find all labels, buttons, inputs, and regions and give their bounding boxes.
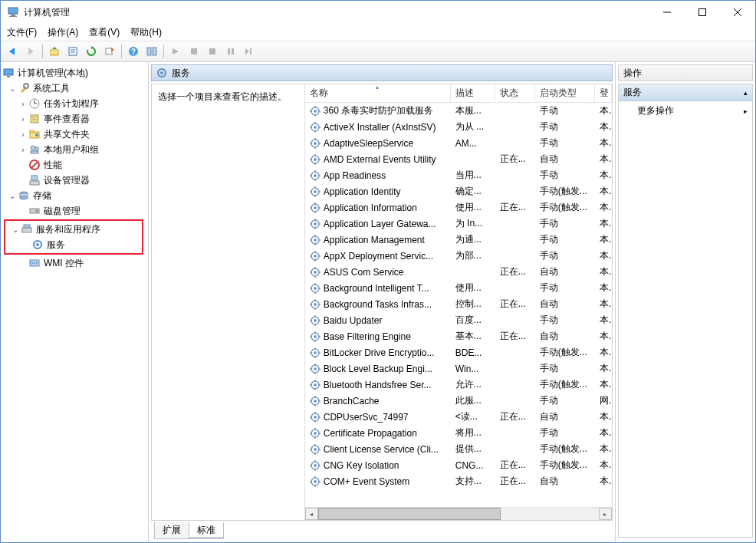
gear-icon bbox=[310, 428, 320, 439]
service-name: Base Filtering Engine bbox=[305, 331, 451, 342]
app-icon bbox=[7, 6, 19, 18]
maximize-button[interactable] bbox=[685, 1, 720, 24]
tree-item-label: 性能 bbox=[44, 159, 65, 172]
service-row[interactable]: Certificate Propagation将用...手动本 bbox=[305, 425, 612, 441]
service-row[interactable]: AdaptiveSleepServiceAM...手动本 bbox=[305, 135, 612, 151]
scroll-thumb[interactable] bbox=[318, 508, 501, 520]
tab-extended[interactable]: 扩展 bbox=[154, 522, 189, 539]
pause-button[interactable] bbox=[222, 43, 239, 60]
chevron-right-icon[interactable]: › bbox=[18, 130, 28, 139]
service-row[interactable]: Application Management为通...手动本 bbox=[305, 232, 612, 248]
start-button[interactable] bbox=[167, 43, 184, 60]
stop2-button[interactable] bbox=[204, 43, 221, 60]
stop-button[interactable] bbox=[186, 43, 202, 60]
tree-pane[interactable]: 计算机管理(本地) ⌄ 系统工具 ›任务计划程序›事件查看器›共享文件夹›本地用… bbox=[1, 62, 149, 541]
tree-wmi[interactable]: WMI 控件 bbox=[1, 255, 148, 271]
service-row[interactable]: Bluetooth Handsfree Ser...允许...手动(触发...本 bbox=[305, 377, 612, 393]
service-startup: 手动 bbox=[535, 120, 595, 133]
service-row[interactable]: Client License Service (Cli...提供...手动(触发… bbox=[305, 441, 612, 457]
service-row[interactable]: ASUS Com Service正在...自动本 bbox=[305, 264, 612, 280]
tree-item[interactable]: ›任务计划程序 bbox=[1, 96, 148, 111]
service-desc: 为从 ... bbox=[451, 120, 495, 133]
tree-svcapp[interactable]: ⌄ 服务和应用程序 bbox=[7, 222, 140, 237]
tree-root-label: 计算机管理(本地) bbox=[18, 67, 91, 80]
service-row[interactable]: CDPUserSvc_74997<读...正在...自动本 bbox=[305, 409, 612, 425]
service-row[interactable]: Block Level Backup Engi...Win...手动本 bbox=[305, 360, 612, 377]
list-body[interactable]: 360 杀毒实时防护加载服务本服...手动本ActiveX Installer … bbox=[305, 103, 612, 507]
service-startup: 手动(触发... bbox=[535, 201, 595, 214]
svg-point-69 bbox=[314, 126, 317, 129]
refresh-button[interactable] bbox=[83, 43, 100, 60]
svg-point-41 bbox=[35, 147, 39, 151]
service-status: 正在... bbox=[495, 153, 535, 166]
tree-item[interactable]: ›本地用户和组 bbox=[1, 142, 148, 157]
actions-section[interactable]: 服务 ▴ bbox=[619, 84, 752, 101]
tree-item[interactable]: 磁盘管理 bbox=[1, 203, 148, 219]
service-row[interactable]: Background Intelligent T...使用...手动本 bbox=[305, 280, 612, 296]
service-name: Client License Service (Cli... bbox=[305, 444, 451, 455]
svg-point-165 bbox=[314, 383, 317, 387]
tree-item[interactable]: ›共享文件夹 bbox=[1, 127, 148, 142]
tree-systools[interactable]: ⌄ 系统工具 bbox=[1, 81, 148, 96]
chevron-down-icon[interactable]: ⌄ bbox=[7, 84, 18, 93]
service-row[interactable]: BranchCache此服...手动网 bbox=[305, 393, 612, 409]
actions-more[interactable]: 更多操作 ▸ bbox=[619, 101, 752, 120]
chevron-right-icon[interactable]: › bbox=[18, 146, 28, 154]
service-row[interactable]: COM+ Event System支持...正在...自动本 bbox=[305, 473, 612, 489]
service-startup: 手动 bbox=[535, 314, 595, 327]
tree-storage[interactable]: ⌄ 存储 bbox=[1, 188, 148, 203]
service-row[interactable]: Base Filtering Engine基本...正在...自动本 bbox=[305, 328, 612, 344]
service-name: Background Tasks Infras... bbox=[305, 299, 451, 310]
col-desc[interactable]: 描述 bbox=[451, 84, 495, 102]
menu-file[interactable]: 文件(F) bbox=[7, 26, 37, 39]
back-button[interactable] bbox=[4, 43, 21, 60]
service-row[interactable]: AppX Deployment Servic...为部...手动本 bbox=[305, 248, 612, 264]
up-button[interactable] bbox=[46, 43, 63, 60]
close-button[interactable] bbox=[720, 1, 755, 24]
service-name: AMD External Events Utility bbox=[305, 154, 451, 165]
tile-button[interactable] bbox=[143, 43, 160, 60]
menu-help[interactable]: 帮助(H) bbox=[130, 26, 162, 39]
tree-services[interactable]: 服务 bbox=[7, 237, 140, 252]
service-row[interactable]: BitLocker Drive Encryptio...BDE...手动(触发.… bbox=[305, 344, 612, 360]
service-row[interactable]: 360 杀毒实时防护加载服务本服...手动本 bbox=[305, 103, 612, 119]
tree-root[interactable]: 计算机管理(本地) bbox=[1, 65, 148, 81]
export-button[interactable] bbox=[101, 43, 118, 60]
chevron-down-icon[interactable]: ⌄ bbox=[7, 192, 18, 200]
tree-services-label: 服务 bbox=[47, 239, 68, 252]
chevron-down-icon[interactable]: ⌄ bbox=[10, 225, 21, 234]
restart-button[interactable] bbox=[241, 43, 258, 60]
tree-item[interactable]: 设备管理器 bbox=[1, 173, 148, 188]
tree-item[interactable]: 性能 bbox=[1, 157, 148, 173]
service-startup: 自动 bbox=[535, 153, 595, 166]
col-logon[interactable]: 登 bbox=[595, 84, 612, 102]
scroll-left-button[interactable]: ◂ bbox=[305, 508, 318, 520]
col-status[interactable]: 状态 bbox=[495, 84, 535, 102]
minimize-button[interactable] bbox=[649, 1, 685, 24]
service-row[interactable]: ActiveX Installer (AxInstSV)为从 ...手动本 bbox=[305, 119, 612, 135]
tree-item[interactable]: ›事件查看器 bbox=[1, 111, 148, 127]
chevron-right-icon[interactable]: › bbox=[18, 100, 28, 108]
scroll-right-button[interactable]: ▸ bbox=[599, 508, 612, 520]
menu-action[interactable]: 操作(A) bbox=[48, 26, 78, 39]
service-row[interactable]: Background Tasks Infras...控制...正在...自动本 bbox=[305, 296, 612, 312]
service-row[interactable]: Application Information使用...正在...手动(触发..… bbox=[305, 199, 612, 216]
properties-button[interactable] bbox=[64, 43, 81, 60]
service-row[interactable]: App Readiness当用...手动本 bbox=[305, 167, 612, 183]
tab-standard[interactable]: 标准 bbox=[189, 522, 224, 538]
col-name[interactable]: 名称▴ bbox=[305, 84, 451, 102]
help-button[interactable]: ? bbox=[125, 43, 142, 60]
service-row[interactable]: Baidu Updater百度...手动本 bbox=[305, 312, 612, 328]
chevron-right-icon[interactable]: › bbox=[18, 115, 28, 123]
menu-view[interactable]: 查看(V) bbox=[89, 26, 120, 39]
forward-button[interactable] bbox=[22, 43, 39, 60]
horizontal-scrollbar[interactable]: ◂ ▸ bbox=[305, 507, 612, 520]
service-row[interactable]: Application Layer Gatewa...为 In...手动本 bbox=[305, 216, 612, 232]
service-row[interactable]: AMD External Events Utility正在...自动本 bbox=[305, 151, 612, 167]
col-startup[interactable]: 启动类型 bbox=[535, 84, 595, 102]
svg-rect-25 bbox=[232, 48, 234, 54]
service-row[interactable]: Application Identity确定...手动(触发...本 bbox=[305, 183, 612, 199]
collapse-icon[interactable]: ▴ bbox=[744, 89, 748, 97]
service-status: 正在... bbox=[495, 410, 535, 423]
service-row[interactable]: CNG Key IsolationCNG...正在...手动(触发...本 bbox=[305, 457, 612, 473]
